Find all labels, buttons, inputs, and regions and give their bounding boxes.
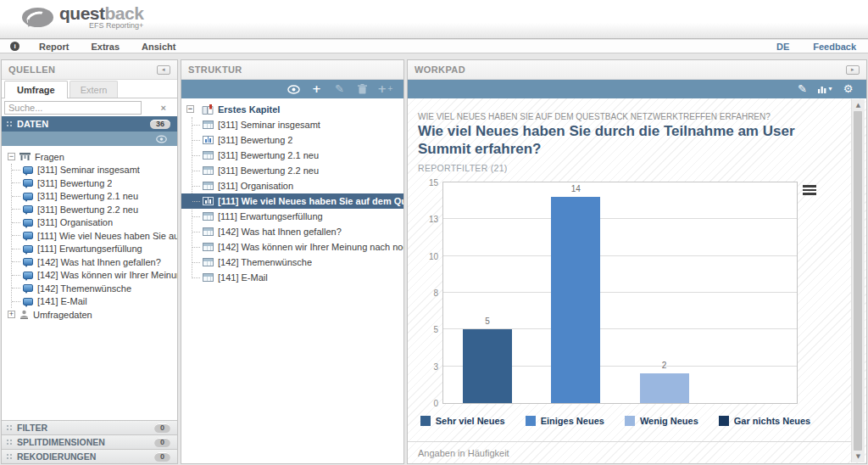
source-tree-item[interactable]: [311] Bewertung 2.2 neu xyxy=(12,203,177,216)
expand-panel-icon[interactable]: ▸ xyxy=(846,65,860,75)
source-tree-item[interactable]: [311] Bewertung 2 xyxy=(12,176,177,190)
legend-item: Gar nichts Neues xyxy=(719,416,810,426)
search-input[interactable] xyxy=(4,101,142,115)
section-label: FILTER xyxy=(17,423,47,433)
table-widget-icon xyxy=(203,243,214,251)
source-tree-item[interactable]: [311] Organisation xyxy=(12,216,177,230)
struktur-toolbar: + ✎ ++ xyxy=(181,80,403,98)
struktur-tree-item[interactable]: [311] Bewertung 2.1 neu xyxy=(181,148,403,163)
source-tree-item[interactable]: [141] E-Mail xyxy=(12,295,177,309)
tree-item-label: [141] E-Mail xyxy=(37,296,87,306)
y-tick-label: 8 xyxy=(418,289,438,298)
bar-value-label: 5 xyxy=(443,317,531,326)
source-tree-item[interactable]: [311] Seminar insgesamt xyxy=(12,164,177,177)
struktur-tree-item[interactable]: [311] Bewertung 2 xyxy=(181,132,403,148)
legend-label: Sehr viel Neues xyxy=(436,416,505,426)
tree-item-label: [311] Seminar insgesamt xyxy=(37,165,140,175)
table-widget-icon xyxy=(203,166,214,175)
legend-item: Wenig Neues xyxy=(625,416,698,426)
menu-link-de[interactable]: DE xyxy=(776,42,789,52)
add-subnode-icon[interactable]: ++ xyxy=(374,80,397,98)
struktur-tree-item[interactable]: [141] E-Mail xyxy=(181,270,403,285)
tree-children: [311] Seminar insgesamt[311] Bewertung 2… xyxy=(11,164,177,309)
tree-root-umfragedaten[interactable]: + Umfragedaten xyxy=(2,308,177,322)
chapter-children: [311] Seminar insgesamt[311] Bewertung 2… xyxy=(181,117,403,285)
settings-gear-icon[interactable]: ⚙ xyxy=(837,80,860,98)
scroll-down-icon[interactable]: ▼ xyxy=(852,453,865,460)
table-widget-icon xyxy=(203,120,214,129)
collapse-node-icon[interactable]: − xyxy=(8,153,15,160)
tree-branch xyxy=(192,216,200,217)
menu-link-feedback[interactable]: Feedback xyxy=(813,42,856,52)
tree-root-fragen[interactable]: − Fragen xyxy=(2,150,177,164)
quellen-tabs: UmfrageExtern xyxy=(2,80,177,98)
chapter-row[interactable]: − Erstes Kapitel xyxy=(181,101,403,117)
tree-item-label: [311] Bewertung 2 xyxy=(37,178,112,188)
add-icon[interactable]: + xyxy=(305,80,328,98)
workpad-scrollbar[interactable]: ▲ ▼ xyxy=(851,99,865,462)
struktur-tree-item[interactable]: [142] Was hat Ihnen gefallen? xyxy=(181,224,403,239)
bar-sehr-viel-neues xyxy=(463,329,512,403)
source-tree-item[interactable]: [142] Was hat Ihnen gefallen? xyxy=(12,255,177,269)
menu-item-report[interactable]: Report xyxy=(39,42,69,52)
edit-pencil-icon[interactable]: ✎ xyxy=(328,80,351,98)
source-tree-item[interactable]: [311] Bewertung 2.1 neu xyxy=(12,190,177,204)
section-count-badge: 0 xyxy=(154,452,170,462)
collapse-panel-icon[interactable]: ◂ xyxy=(157,65,170,75)
section-count-badge: 0 xyxy=(154,423,170,433)
menu-item-extras[interactable]: Extras xyxy=(91,42,120,52)
tab-umfrage[interactable]: Umfrage xyxy=(4,81,68,98)
collapse-node-icon[interactable]: − xyxy=(186,105,194,113)
chapter-book-icon xyxy=(202,104,214,115)
scrollbar-thumb[interactable] xyxy=(854,111,862,451)
tree-branch xyxy=(12,209,20,210)
drag-handle-icon xyxy=(7,121,8,123)
tree-branch xyxy=(12,235,20,236)
tree-branch xyxy=(192,262,200,263)
tree-branch xyxy=(12,275,20,276)
tree-item-label: [111] Erwartungserfüllung xyxy=(218,211,323,221)
chapter-label: Erstes Kapitel xyxy=(218,104,280,115)
section-rekodierungen[interactable]: REKODIERUNGEN0 xyxy=(2,449,177,463)
chart-menu-hamburger-icon[interactable] xyxy=(803,185,816,197)
tab-extern[interactable]: Extern xyxy=(70,81,119,98)
bar-slot: 5 xyxy=(443,182,531,403)
struktur-tree-item[interactable]: [142] Themenwünsche xyxy=(181,255,403,270)
struktur-tree-item[interactable]: [311] Organisation xyxy=(181,178,403,193)
section-filter[interactable]: FILTER0 xyxy=(2,420,177,434)
chart-type-dropdown[interactable]: ▾ xyxy=(814,80,837,98)
source-tree-item[interactable]: [111] Erwartungserfüllung xyxy=(12,243,177,256)
reportfilter-label: REPORTFILTER (21) xyxy=(418,163,508,173)
table-widget-icon xyxy=(203,182,214,190)
legend-label: Gar nichts Neues xyxy=(734,416,810,426)
source-tree-item[interactable]: [142] Was können wir Ihrer Meinung xyxy=(12,269,177,283)
app-header: questback EFS Reporting+ xyxy=(0,0,868,39)
menu-item-ansicht[interactable]: Ansicht xyxy=(142,42,175,52)
y-tick-label: 10 xyxy=(418,252,438,261)
clear-search-icon[interactable]: × xyxy=(161,104,166,112)
sources-tree: − Fragen [311] Seminar insgesamt[311] Be… xyxy=(2,146,177,422)
scroll-up-icon[interactable]: ▲ xyxy=(852,102,865,109)
eye-icon[interactable] xyxy=(156,135,167,143)
table-widget-icon xyxy=(203,227,214,236)
delete-trash-icon[interactable] xyxy=(351,80,374,98)
struktur-tree-item[interactable]: [142] Was können wir Ihrer Meinung nach … xyxy=(181,239,403,255)
source-tree-item[interactable]: [111] Wie viel Neues haben Sie auf xyxy=(12,229,177,243)
struktur-tree-item[interactable]: [111] Wie viel Neues haben Sie auf dem Q… xyxy=(181,193,403,209)
tree-branch xyxy=(12,261,20,262)
source-tree-item[interactable]: [142] Themenwünsche xyxy=(12,282,177,295)
struktur-tree-item[interactable]: [311] Seminar insgesamt xyxy=(181,117,403,132)
question-bubble-icon xyxy=(23,205,33,213)
tree-item-label: [311] Organisation xyxy=(218,181,293,191)
daten-section-bar[interactable]: DATEN 36 xyxy=(2,116,177,132)
tree-item-label: [311] Bewertung 2.1 neu xyxy=(218,150,319,160)
legend-swatch xyxy=(420,416,431,426)
struktur-tree-item[interactable]: [311] Bewertung 2.2 neu xyxy=(181,163,403,178)
section-splitdimensionen[interactable]: SPLITDIMENSIONEN0 xyxy=(2,434,177,449)
info-icon[interactable]: i xyxy=(10,42,19,51)
expand-node-icon[interactable]: + xyxy=(8,311,15,318)
preview-eye-icon[interactable] xyxy=(282,80,305,98)
tree-branch xyxy=(192,201,200,202)
struktur-tree-item[interactable]: [111] Erwartungserfüllung xyxy=(181,209,403,224)
edit-pencil-icon[interactable]: ✎ xyxy=(791,80,814,98)
